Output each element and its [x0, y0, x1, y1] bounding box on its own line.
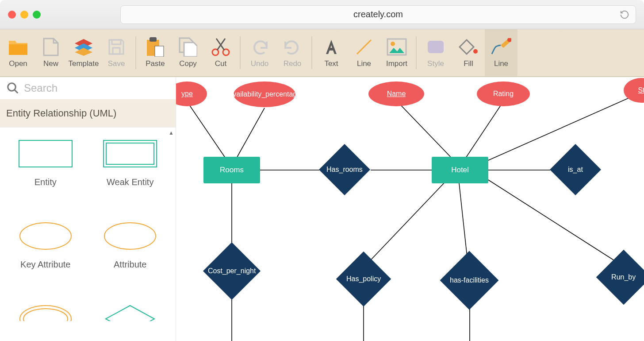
- attr-availability[interactable]: Availability_percentage: [234, 81, 295, 107]
- relationship-shape-icon: [101, 303, 159, 321]
- search-row: [0, 77, 176, 100]
- svg-point-10: [473, 49, 478, 54]
- shape-weak-entity[interactable]: Weak Entity: [89, 138, 172, 207]
- open-button[interactable]: Open: [2, 29, 34, 76]
- shape-relationship[interactable]: [89, 303, 172, 341]
- text-button[interactable]: Text: [315, 29, 348, 76]
- search-input[interactable]: [24, 82, 169, 94]
- entity-rooms[interactable]: Rooms: [203, 157, 260, 183]
- toolbar-label: Copy: [179, 59, 197, 68]
- svg-line-25: [464, 101, 503, 161]
- attr-rating[interactable]: Rating: [477, 81, 530, 106]
- toolbar-label: New: [43, 59, 58, 68]
- undo-icon: [249, 37, 270, 57]
- toolbar-label: Text: [324, 59, 338, 68]
- refresh-icon[interactable]: [620, 10, 629, 19]
- diagram-canvas[interactable]: ype Availability_percentage Name Rating …: [176, 77, 644, 341]
- search-icon[interactable]: [6, 81, 19, 95]
- svg-rect-14: [104, 140, 157, 167]
- svg-line-24: [397, 101, 455, 161]
- svg-point-17: [104, 223, 156, 249]
- paste-icon: [145, 37, 165, 57]
- close-icon[interactable]: [8, 11, 16, 19]
- paste-button[interactable]: Paste: [139, 29, 172, 76]
- copy-button[interactable]: Copy: [172, 29, 204, 76]
- redo-icon: [282, 37, 303, 57]
- toolbar-label: Redo: [284, 59, 302, 68]
- svg-point-8: [391, 42, 395, 46]
- template-button[interactable]: Template: [67, 29, 100, 76]
- pencil-icon: [491, 37, 511, 57]
- shape-label: Weak Entity: [107, 177, 153, 187]
- shape-entity[interactable]: Entity: [4, 138, 87, 207]
- toolbar-label: Line: [494, 59, 508, 68]
- edges-layer: [176, 77, 644, 341]
- svg-line-31: [459, 183, 468, 265]
- svg-rect-13: [19, 140, 72, 167]
- svg-rect-0: [112, 40, 121, 44]
- line-icon: [354, 37, 374, 57]
- attr-name[interactable]: Name: [368, 81, 424, 106]
- maximize-icon[interactable]: [33, 11, 41, 19]
- toolbar-label: Paste: [146, 59, 165, 68]
- shape-label: Entity: [34, 177, 57, 187]
- text-icon: [321, 37, 341, 57]
- toolbar-label: Undo: [251, 59, 269, 68]
- entity-hotel[interactable]: Hotel: [432, 157, 488, 183]
- url-text: creately.com: [353, 9, 403, 19]
- toolbar-separator: [240, 36, 241, 69]
- cut-icon: [211, 37, 231, 57]
- minimize-icon[interactable]: [20, 11, 28, 19]
- template-icon: [73, 37, 94, 57]
- toolbar-label: Open: [9, 59, 27, 68]
- folder-icon: [8, 37, 28, 57]
- svg-rect-9: [428, 41, 444, 53]
- browser-chrome: creately.com: [0, 0, 644, 29]
- multivalued-attribute-shape-icon: [17, 303, 74, 321]
- attribute-shape-icon: [101, 221, 159, 252]
- url-bar[interactable]: creately.com: [120, 5, 636, 24]
- svg-rect-3: [150, 37, 157, 42]
- svg-line-32: [481, 175, 618, 263]
- entity-shape-icon: [17, 138, 74, 169]
- line-style-button[interactable]: Line: [485, 29, 518, 76]
- new-button[interactable]: New: [34, 29, 67, 76]
- redo-button[interactable]: Redo: [276, 29, 309, 76]
- toolbar-separator: [416, 36, 417, 69]
- svg-rect-15: [106, 143, 154, 164]
- svg-line-21: [234, 108, 264, 163]
- copy-icon: [178, 37, 198, 57]
- toolbar: Open New Template Save Paste Copy C: [0, 29, 644, 77]
- shape-multivalued-attribute[interactable]: [4, 303, 87, 341]
- toolbar-separator: [135, 36, 136, 69]
- sidebar: Entity Relationship (UML) Entity Weak En…: [0, 77, 176, 341]
- scroll-up-icon[interactable]: [169, 128, 175, 135]
- style-icon: [426, 37, 446, 57]
- shape-key-attribute[interactable]: Key Attribute: [4, 221, 87, 290]
- save-button[interactable]: Save: [100, 29, 133, 76]
- key-attribute-shape-icon: [17, 221, 74, 252]
- toolbar-label: Template: [69, 59, 99, 68]
- svg-rect-1: [113, 48, 120, 54]
- toolbar-label: Style: [427, 59, 444, 68]
- svg-line-20: [188, 104, 229, 163]
- toolbar-label: Line: [357, 59, 371, 68]
- window-controls: [8, 11, 41, 19]
- svg-point-19: [23, 309, 68, 321]
- svg-point-16: [20, 223, 71, 249]
- import-button[interactable]: Import: [380, 29, 413, 76]
- shape-label: Attribute: [114, 260, 146, 270]
- shape-palette: Entity Weak Entity Key Attribute Attribu…: [0, 128, 176, 341]
- shape-label: Key Attribute: [20, 260, 70, 270]
- shape-attribute[interactable]: Attribute: [89, 221, 172, 290]
- line-tool-button[interactable]: Line: [348, 29, 380, 76]
- fill-button[interactable]: Fill: [452, 29, 485, 76]
- fill-icon: [458, 37, 479, 57]
- toolbar-label: Import: [386, 59, 407, 68]
- svg-line-30: [364, 181, 446, 267]
- panel-title: Entity Relationship (UML): [0, 100, 176, 128]
- style-button[interactable]: Style: [419, 29, 452, 76]
- undo-button[interactable]: Undo: [243, 29, 276, 76]
- save-icon: [106, 37, 126, 57]
- cut-button[interactable]: Cut: [204, 29, 237, 76]
